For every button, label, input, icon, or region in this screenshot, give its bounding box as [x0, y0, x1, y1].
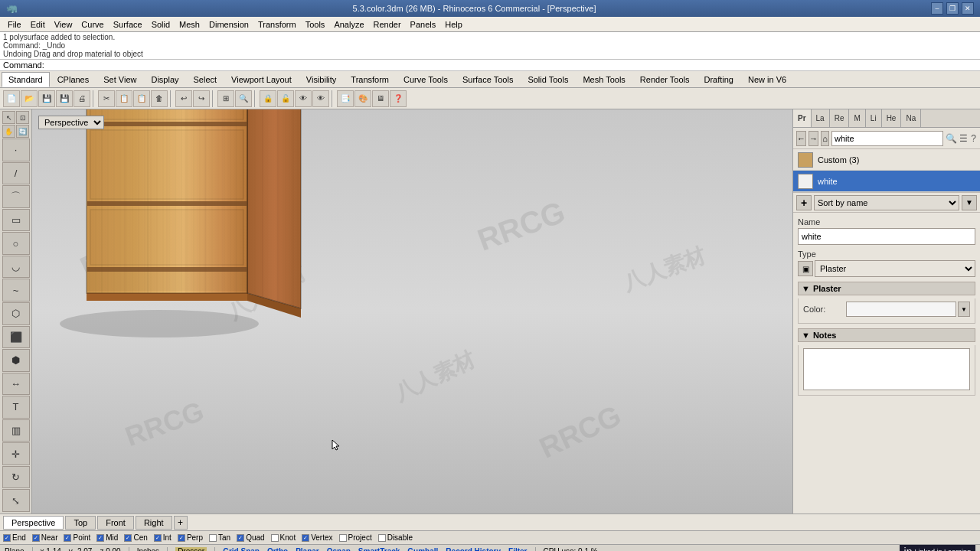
tab-display[interactable]: Display	[144, 72, 185, 87]
material-item-custom3[interactable]: Custom (3)	[793, 149, 980, 171]
tab-visibility[interactable]: Visibility	[299, 72, 344, 87]
dimension-tool[interactable]: ↔	[2, 373, 30, 396]
text-tool[interactable]: T	[2, 396, 30, 419]
menu-analyze[interactable]: Analyze	[329, 17, 368, 31]
save-as-icon[interactable]: 💾	[56, 90, 73, 107]
layer-icon[interactable]: 📑	[337, 90, 354, 107]
menu-edit[interactable]: Edit	[26, 17, 50, 31]
viewport-area[interactable]: Perspective Top Front Right RRCG RRCG RR…	[32, 109, 792, 514]
tab-standard[interactable]: Standard	[2, 72, 50, 87]
snap-end-checkbox[interactable]: ✓	[3, 534, 11, 542]
tab-transform[interactable]: Transform	[344, 72, 396, 87]
rotate-view-icon[interactable]: 🔄	[16, 125, 29, 138]
snap-int-checkbox[interactable]: ✓	[154, 534, 162, 542]
snap-vertex-checkbox[interactable]: ✓	[302, 534, 309, 542]
window-select-icon[interactable]: ⊡	[16, 111, 29, 124]
tab-curve-tools[interactable]: Curve Tools	[397, 72, 455, 87]
nav-forward-button[interactable]: →	[808, 131, 818, 146]
new-file-icon[interactable]: 📄	[3, 90, 20, 107]
viewport-dropdown[interactable]: Perspective Top Front Right	[38, 116, 104, 129]
snap-end[interactable]: ✓ End	[3, 533, 26, 542]
print-icon[interactable]: 🖨	[74, 90, 90, 107]
command-input[interactable]	[47, 60, 201, 70]
ortho-button[interactable]: Ortho	[267, 547, 288, 551]
pan-icon[interactable]: ✋	[2, 125, 15, 138]
tab-mesh-tools[interactable]: Mesh Tools	[576, 72, 632, 87]
rotate-tool[interactable]: ↻	[2, 466, 30, 489]
snap-project[interactable]: Project	[339, 533, 372, 542]
tab-help[interactable]: He	[882, 109, 902, 127]
restore-button[interactable]: ❐	[946, 2, 959, 15]
viewport-tab-top[interactable]: Top	[65, 516, 96, 530]
tab-render[interactable]: Re	[830, 109, 850, 127]
help-icon[interactable]: ❓	[390, 90, 407, 107]
snap-perp[interactable]: ✓ Perp	[178, 533, 203, 542]
search-icon[interactable]: 🔍	[946, 132, 957, 145]
notes-section-header[interactable]: ▼ Notes	[798, 328, 975, 342]
hide-icon[interactable]: 👁	[295, 90, 312, 107]
tab-render-tools[interactable]: Render Tools	[633, 72, 697, 87]
lock-icon[interactable]: 🔒	[260, 90, 276, 107]
snap-perp-checkbox[interactable]: ✓	[178, 534, 185, 542]
grid-snap-button[interactable]: Grid Snap	[223, 547, 260, 551]
move-tool[interactable]: ✛	[2, 442, 30, 465]
tab-setview[interactable]: Set View	[96, 72, 143, 87]
tab-properties[interactable]: Pr	[793, 109, 812, 127]
add-viewport-button[interactable]: +	[174, 516, 188, 530]
name-input[interactable]	[798, 228, 975, 245]
cut-icon[interactable]: ✂	[98, 90, 115, 107]
circle-tool[interactable]: ○	[2, 232, 30, 255]
solid-tool[interactable]: ⬛	[2, 326, 30, 349]
menu-surface[interactable]: Surface	[109, 17, 147, 31]
viewport-tab-front[interactable]: Front	[97, 516, 134, 530]
nav-back-button[interactable]: ←	[796, 131, 806, 146]
planar-button[interactable]: Planar	[296, 547, 319, 551]
color-swatch[interactable]	[846, 302, 956, 317]
save-icon[interactable]: 💾	[38, 90, 55, 107]
snap-tan-checkbox[interactable]	[209, 534, 217, 542]
menu-dimension[interactable]: Dimension	[204, 17, 253, 31]
snap-disable[interactable]: Disable	[378, 533, 413, 542]
nav-home-button[interactable]: ⌂	[821, 131, 829, 146]
collapse-button[interactable]: ▼	[962, 195, 977, 210]
snap-near[interactable]: ✓ Near	[32, 533, 58, 542]
notes-textarea[interactable]	[803, 348, 970, 390]
panel-help-icon[interactable]: ?	[970, 132, 977, 145]
menu-help[interactable]: Help	[440, 17, 467, 31]
unlock-icon[interactable]: 🔓	[277, 90, 294, 107]
color-dropdown-button[interactable]: ▼	[958, 302, 970, 317]
mesh-tool[interactable]: ⬢	[2, 349, 30, 372]
tab-new-in-v6[interactable]: New in V6	[741, 72, 793, 87]
show-icon[interactable]: 👁	[312, 90, 329, 107]
redo-icon[interactable]: ↪	[193, 90, 210, 107]
filter-button[interactable]: Filter	[508, 547, 527, 551]
snap-near-checkbox[interactable]: ✓	[32, 534, 40, 542]
menu-render[interactable]: Render	[369, 17, 406, 31]
snap-int[interactable]: ✓ Int	[154, 533, 172, 542]
add-material-button[interactable]: +	[796, 195, 812, 210]
select-all-icon[interactable]: ⊞	[217, 90, 234, 107]
menu-view[interactable]: View	[50, 17, 77, 31]
viewport-tab-right[interactable]: Right	[136, 516, 172, 530]
undo-icon[interactable]: ↩	[175, 90, 192, 107]
selection-filter-icon[interactable]: 🔍	[235, 90, 252, 107]
menu-tools[interactable]: Tools	[301, 17, 330, 31]
search-field[interactable]	[831, 131, 943, 146]
tab-lights[interactable]: Li	[866, 109, 882, 127]
hatch-tool[interactable]: ▥	[2, 419, 30, 442]
type-dropdown[interactable]: Plaster Paint Metal Glass Custom	[815, 260, 975, 277]
materials-icon[interactable]: 🎨	[354, 90, 371, 107]
snap-vertex[interactable]: ✓ Vertex	[302, 533, 332, 542]
tab-viewport-layout[interactable]: Viewport Layout	[224, 72, 299, 87]
snap-tan[interactable]: Tan	[209, 533, 230, 542]
record-history-button[interactable]: Record History	[446, 547, 501, 551]
scale-tool[interactable]: ⤡	[2, 489, 30, 512]
snap-point-checkbox[interactable]: ✓	[64, 534, 71, 542]
tab-drafting[interactable]: Drafting	[697, 72, 740, 87]
snap-cen-checkbox[interactable]: ✓	[124, 534, 132, 542]
point-tool[interactable]: ·	[2, 139, 30, 161]
menu-panels[interactable]: Panels	[406, 17, 441, 31]
menu-curve[interactable]: Curve	[77, 17, 108, 31]
snap-point[interactable]: ✓ Point	[64, 533, 90, 542]
snap-quad-checkbox[interactable]: ✓	[237, 534, 244, 542]
